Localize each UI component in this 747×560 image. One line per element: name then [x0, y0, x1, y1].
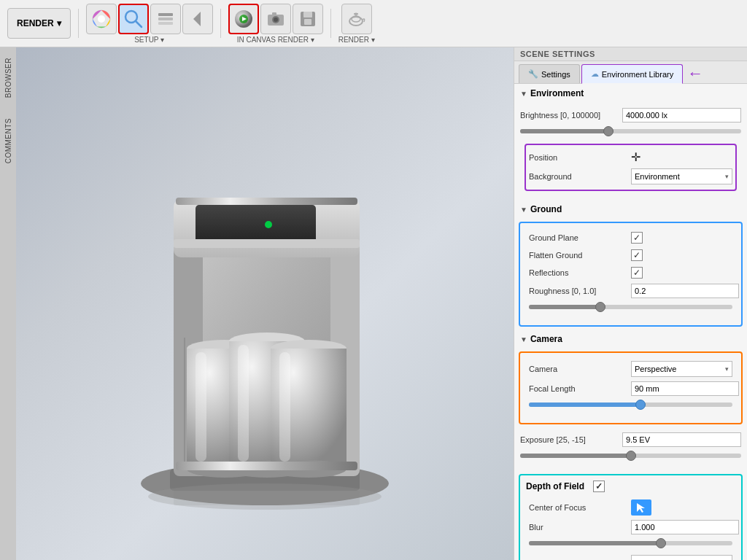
camera-section-header[interactable]: ▼ Camera — [514, 330, 747, 349]
exposure-section: Exposure [25, -15] — [514, 427, 747, 471]
position-row: Position ✛ — [529, 148, 732, 166]
viewport[interactable] — [16, 47, 514, 560]
position-label: Position — [529, 153, 631, 162]
layers-button[interactable] — [150, 4, 181, 34]
camera-dropdown-value: Perspective — [635, 365, 676, 373]
reflections-label: Reflections — [529, 268, 631, 277]
svg-rect-43 — [174, 239, 360, 248]
magnifier-button[interactable] — [118, 4, 149, 34]
teapot-button[interactable] — [341, 4, 372, 34]
brightness-input[interactable] — [622, 108, 741, 122]
camera-type-row: Camera Perspective ▾ — [529, 359, 732, 379]
exposure-row: Exposure [25, -15] — [520, 430, 741, 449]
tab-settings[interactable]: 🔧 Settings — [519, 64, 580, 83]
camera-dropdown[interactable]: Perspective ▾ — [631, 361, 732, 377]
environment-label: Environment — [530, 88, 584, 98]
roughness-slider-track[interactable] — [529, 305, 732, 309]
brightness-slider-thumb[interactable] — [603, 126, 614, 136]
svg-line-3 — [136, 21, 142, 27]
svg-rect-30 — [196, 352, 206, 462]
roughness-slider-fill — [529, 305, 600, 309]
env-library-tab-label: Environment Library — [602, 70, 673, 79]
layers-icon — [155, 9, 176, 29]
center-focus-button[interactable] — [631, 499, 651, 516]
svg-point-21 — [354, 12, 358, 15]
camera-dropdown-arrow: ▾ — [725, 365, 729, 373]
brightness-row: Brightness [0, 100000] — [520, 106, 741, 125]
settings-tab-label: Settings — [541, 70, 570, 79]
background-dropdown-value: Environment — [635, 172, 680, 181]
brightness-label: Brightness [0, 100000] — [520, 111, 622, 120]
background-dropdown-arrow: ▾ — [725, 173, 729, 180]
ground-section-header[interactable]: ▼ Ground — [514, 200, 747, 219]
dof-checkbox[interactable]: ✓ — [593, 481, 605, 492]
focal-length-input[interactable] — [631, 381, 739, 396]
colorwheel-button[interactable] — [86, 4, 117, 34]
tab-environment-library[interactable]: ☁ Environment Library — [581, 64, 683, 84]
roughness-slider-thumb[interactable] — [595, 302, 605, 312]
exposure-input[interactable] — [622, 432, 741, 447]
divider-3 — [330, 9, 331, 38]
right-panel: SCENE SETTINGS 🔧 Settings ☁ Environment … — [514, 47, 747, 560]
setup-icons — [86, 4, 213, 34]
dof-check: ✓ — [595, 481, 603, 491]
svg-rect-34 — [238, 345, 249, 462]
ground-plane-checkbox[interactable]: ✓ — [631, 232, 643, 244]
aspect-ratio-row: Aspect Ratio 16:9 Widescreen ▾ — [529, 553, 732, 560]
blur-slider-row[interactable] — [529, 537, 732, 553]
svg-rect-40 — [196, 205, 316, 245]
focal-length-slider-thumb[interactable] — [635, 400, 646, 410]
panel-tabs: 🔧 Settings ☁ Environment Library ← — [514, 61, 747, 84]
svg-rect-17 — [304, 19, 311, 25]
camera-button[interactable] — [260, 4, 291, 34]
colorwheel-icon — [91, 9, 112, 29]
brightness-slider-row[interactable] — [520, 125, 741, 141]
ground-box: Ground Plane ✓ Flatten Ground ✓ Reflecti… — [519, 222, 743, 327]
exposure-slider-row[interactable] — [520, 449, 741, 465]
reflections-checkbox[interactable]: ✓ — [631, 267, 643, 279]
move-icon[interactable]: ✛ — [631, 150, 732, 164]
svg-rect-48 — [174, 491, 360, 505]
roughness-slider-row[interactable] — [529, 300, 732, 316]
save-button[interactable] — [293, 4, 323, 34]
flatten-ground-check: ✓ — [633, 250, 640, 260]
render-right-icons — [341, 4, 372, 34]
browser-tab[interactable]: BROWSER — [3, 55, 14, 101]
sphere-render-button[interactable] — [228, 4, 259, 34]
blur-slider-track[interactable] — [529, 541, 732, 545]
focal-length-slider-track[interactable] — [529, 402, 732, 407]
dof-section-body: Center of Focus Blur — [523, 494, 738, 560]
ground-plane-row: Ground Plane ✓ — [529, 229, 732, 246]
roughness-input[interactable] — [631, 284, 739, 298]
center-focus-row: Center of Focus — [529, 497, 732, 518]
blur-input[interactable] — [631, 520, 739, 534]
background-row: Background Environment ▾ — [529, 166, 732, 187]
ground-plane-label: Ground Plane — [529, 233, 631, 242]
aspect-ratio-dropdown[interactable]: 16:9 Widescreen ▾ — [631, 555, 732, 560]
render-button[interactable]: RENDER ▾ — [7, 8, 71, 39]
back-button[interactable] — [182, 4, 213, 34]
background-dropdown[interactable]: Environment ▾ — [631, 168, 732, 184]
blur-slider-thumb[interactable] — [656, 538, 666, 548]
exposure-slider-thumb[interactable] — [626, 451, 636, 461]
svg-rect-6 — [158, 22, 173, 25]
dof-section-header[interactable]: Depth of Field ✓ — [523, 478, 738, 494]
comments-tab[interactable]: COMMENTS — [3, 115, 14, 166]
ground-section-body: Ground Plane ✓ Flatten Ground ✓ Reflecti… — [523, 226, 738, 322]
save-icon — [298, 9, 318, 29]
exposure-slider-track[interactable] — [520, 454, 741, 458]
background-label: Background — [529, 172, 631, 181]
reflections-check: ✓ — [633, 268, 640, 278]
environment-section-header[interactable]: ▼ Environment — [514, 84, 747, 103]
left-sidebar: BROWSER COMMENTS — [0, 47, 16, 560]
focal-length-slider-row[interactable] — [529, 398, 732, 414]
magnifier-icon — [123, 9, 144, 29]
brightness-slider-track[interactable] — [520, 129, 741, 133]
position-background-box: Position ✛ Background Environment ▾ — [525, 144, 737, 191]
purple-tab-arrow: ← — [687, 64, 703, 83]
flatten-ground-checkbox[interactable]: ✓ — [631, 249, 643, 261]
svg-point-41 — [265, 221, 272, 228]
svg-marker-49 — [637, 503, 645, 513]
cloud-icon: ☁ — [591, 69, 599, 79]
main-content: BROWSER COMMENTS — [0, 47, 747, 560]
